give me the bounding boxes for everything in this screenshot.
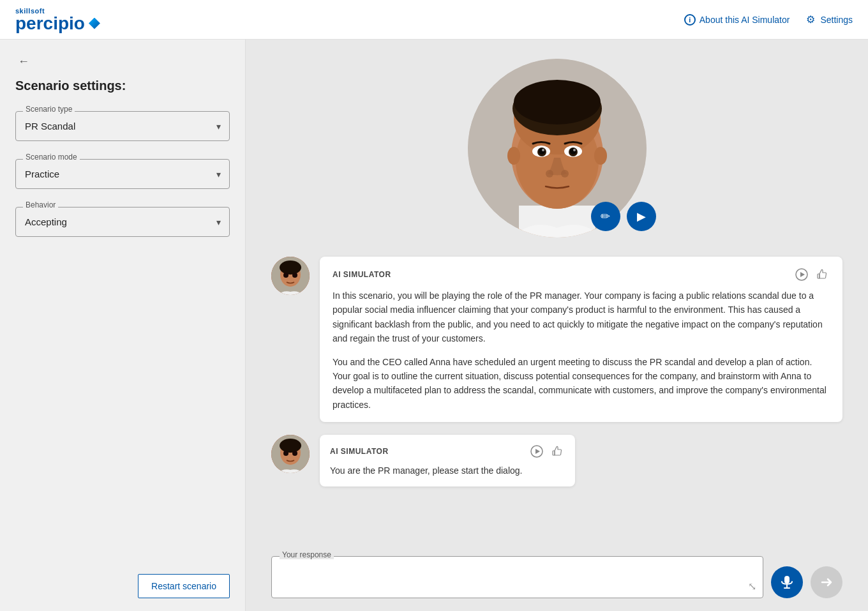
chat-text-2: You are the PR manager, please start the… — [330, 464, 565, 478]
chat-bubble-2-header: AI SIMULATOR — [330, 444, 565, 459]
play-icon: ▶ — [637, 209, 646, 223]
svg-point-24 — [292, 273, 297, 278]
scenario-type-wrapper: PR Scandal Customer Complaint Team Confl… — [15, 111, 230, 141]
scenario-type-label: Scenario type — [23, 105, 75, 114]
behavior-wrapper: Accepting Resistant Neutral ▾ — [15, 207, 230, 237]
svg-point-23 — [283, 273, 288, 278]
svg-point-31 — [283, 451, 288, 456]
scenario-mode-wrapper: Practice Assessment ▾ — [15, 159, 230, 189]
svg-point-18 — [546, 170, 553, 177]
content-area: ✏ ▶ — [246, 40, 868, 611]
send-button[interactable] — [811, 566, 842, 598]
svg-point-32 — [292, 451, 297, 456]
response-area: Your response ⤡ — [246, 546, 868, 611]
settings-label: Settings — [820, 15, 853, 25]
chat-bubble-2: AI SIMULATOR — [320, 435, 575, 487]
sidebar-title: Scenario settings: — [15, 79, 230, 93]
avatar-container: ✏ ▶ — [246, 40, 868, 244]
svg-point-9 — [594, 147, 607, 165]
response-label: Your response — [280, 550, 334, 559]
response-textarea[interactable] — [272, 557, 763, 595]
edit-avatar-button[interactable]: ✏ — [591, 202, 620, 231]
svg-point-30 — [280, 439, 301, 453]
expand-icon: ⤡ — [748, 580, 756, 592]
scenario-type-select[interactable]: PR Scandal Customer Complaint Team Confl… — [15, 111, 230, 141]
scenario-mode-field: Scenario mode Practice Assessment ▾ — [15, 159, 230, 189]
svg-point-15 — [570, 148, 576, 155]
avatar-controls: ✏ ▶ — [591, 202, 656, 231]
thumbs-up-icon-1 — [816, 268, 828, 281]
settings-link[interactable]: ⚙ Settings — [805, 14, 853, 26]
pencil-icon: ✏ — [601, 209, 610, 223]
thumbsup-message-2-button[interactable] — [550, 444, 565, 459]
svg-marker-34 — [535, 449, 540, 454]
thumbsup-message-1-button[interactable] — [814, 267, 830, 282]
ai-avatar-1 — [271, 257, 310, 295]
mic-button[interactable] — [771, 566, 803, 598]
chat-actions-2 — [529, 444, 565, 459]
main-layout: ← Scenario settings: Scenario type PR Sc… — [0, 40, 868, 611]
svg-marker-26 — [800, 272, 805, 277]
scenario-mode-label: Scenario mode — [23, 153, 80, 162]
play-message-1-button[interactable] — [794, 267, 809, 282]
chat-bubble-1: AI SIMULATOR — [320, 257, 842, 422]
ai-avatar-svg-1 — [271, 257, 310, 295]
back-arrow-icon: ← — [18, 55, 29, 68]
svg-point-14 — [539, 148, 545, 155]
about-label: About this AI Simulator — [700, 15, 790, 25]
play-circle-icon-2 — [530, 445, 543, 458]
svg-point-17 — [573, 149, 576, 151]
restart-scenario-button[interactable]: Restart scenario — [138, 574, 230, 598]
svg-point-7 — [514, 80, 601, 124]
chat-text-1: In this scenario, you will be playing th… — [333, 289, 830, 412]
ai-avatar-svg-2 — [271, 435, 310, 473]
chat-bubble-1-header: AI SIMULATOR — [333, 267, 830, 282]
behavior-label: Behavior — [23, 200, 58, 209]
mic-icon — [780, 575, 794, 589]
svg-point-8 — [507, 147, 520, 165]
play-message-2-button[interactable] — [529, 444, 544, 459]
ai-avatar-2 — [271, 435, 310, 473]
response-input-wrapper: Your response ⤡ — [271, 556, 763, 598]
scenario-type-field: Scenario type PR Scandal Customer Compla… — [15, 111, 230, 141]
send-arrow-icon — [819, 575, 834, 589]
svg-rect-35 — [553, 451, 555, 455]
ai-simulator-label-2: AI SIMULATOR — [330, 447, 389, 456]
back-button[interactable]: ← — [15, 52, 32, 71]
sidebar: ← Scenario settings: Scenario type PR Sc… — [0, 40, 246, 611]
svg-point-22 — [280, 260, 301, 275]
logo-block: skillsoft percipio — [15, 7, 100, 33]
svg-point-19 — [561, 170, 569, 177]
thumbs-up-icon-2 — [551, 445, 564, 458]
logo-area: skillsoft percipio — [15, 7, 100, 33]
about-link[interactable]: i About this AI Simulator — [684, 14, 790, 26]
play-circle-icon-1 — [795, 268, 808, 281]
percipio-label: percipio — [15, 15, 85, 33]
app-header: skillsoft percipio i About this AI Simul… — [0, 0, 868, 40]
play-avatar-button[interactable]: ▶ — [627, 202, 656, 231]
gear-icon: ⚙ — [805, 14, 816, 26]
chat-message-1: AI SIMULATOR — [271, 257, 842, 422]
diamond-icon — [89, 18, 100, 29]
ai-simulator-label-1: AI SIMULATOR — [333, 270, 391, 279]
chat-message-2: AI SIMULATOR — [271, 435, 842, 487]
chat-actions-1 — [794, 267, 830, 282]
behavior-select[interactable]: Accepting Resistant Neutral — [15, 207, 230, 237]
header-right: i About this AI Simulator ⚙ Settings — [684, 14, 853, 26]
behavior-field: Behavior Accepting Resistant Neutral ▾ — [15, 207, 230, 237]
svg-rect-36 — [784, 576, 789, 584]
info-icon: i — [684, 14, 696, 26]
scenario-mode-select[interactable]: Practice Assessment — [15, 159, 230, 189]
svg-rect-27 — [818, 274, 819, 278]
chat-area: AI SIMULATOR — [246, 244, 868, 546]
svg-point-16 — [542, 149, 544, 151]
